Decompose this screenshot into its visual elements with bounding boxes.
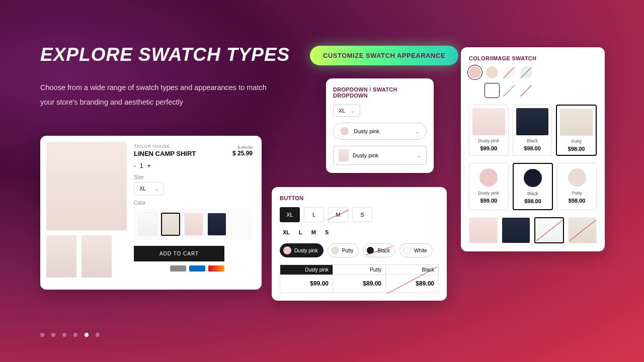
price-sale: $ 25.99 xyxy=(232,150,253,157)
size-text[interactable]: M xyxy=(311,229,316,235)
swatch-navy[interactable] xyxy=(207,213,226,236)
qty-plus[interactable]: + xyxy=(147,162,151,169)
page-dot[interactable] xyxy=(96,333,100,337)
add-to-cart-button[interactable]: ADD TO CART xyxy=(134,246,224,261)
image-swatch[interactable] xyxy=(469,217,498,243)
price-cell[interactable]: Dusty pink$99.00 xyxy=(280,265,333,292)
product-image-thumb[interactable] xyxy=(82,235,112,278)
color-card[interactable]: Dusty pink$99.00 xyxy=(469,163,509,210)
chevron-down-icon: ⌄ xyxy=(154,186,158,192)
swatch-circle-icon xyxy=(366,246,374,254)
color-square[interactable] xyxy=(486,84,498,97)
swatch-putty[interactable] xyxy=(161,213,180,236)
card-title: BUTTON xyxy=(280,195,439,201)
payment-icons xyxy=(134,265,224,272)
size-text[interactable]: XL xyxy=(283,229,290,235)
image-swatch-unavailable[interactable] xyxy=(534,217,564,243)
paypal-icon xyxy=(189,265,205,272)
color-square-unavailable[interactable] xyxy=(520,84,532,97)
size-button[interactable]: S xyxy=(352,207,372,222)
chevron-down-icon: ⌄ xyxy=(417,153,421,158)
card-title: COLOR/IMAGE SWATCH xyxy=(469,55,597,61)
color-swatch-row xyxy=(134,209,252,240)
color-dropdown-rect[interactable]: Dusty pink⌄ xyxy=(333,146,427,165)
mastercard-icon xyxy=(208,265,224,272)
card-title: DROPDOWN / SWATCH DROPDOWN xyxy=(333,86,427,99)
price-cell[interactable]: Putty$89.00 xyxy=(333,265,386,292)
product-image-main xyxy=(46,142,127,230)
color-circle-unavailable[interactable] xyxy=(520,66,532,78)
page-dots xyxy=(40,333,100,337)
product-preview-card: TAILOR HOUSE LINEN CAMP SHIRT $ 25.99 $ … xyxy=(40,136,262,290)
size-button[interactable]: L xyxy=(304,207,324,222)
payment-icon xyxy=(170,265,186,272)
hero-title: EXPLORE SWATCH TYPES xyxy=(40,44,290,65)
page-dot-active[interactable] xyxy=(85,333,89,337)
color-circle[interactable] xyxy=(486,66,498,78)
color-pill[interactable]: Dusty pink xyxy=(280,243,324,257)
chevron-down-icon: ⌄ xyxy=(351,108,355,114)
swatch-pink[interactable] xyxy=(184,213,203,236)
image-swatch[interactable] xyxy=(502,217,530,243)
button-card: BUTTON XL L M S XL L M S Dusty pink Putt… xyxy=(272,187,447,301)
page-dot[interactable] xyxy=(40,333,44,337)
hero-subtitle: Choose from a wide range of swatch types… xyxy=(40,80,282,110)
page-dot[interactable] xyxy=(62,333,66,337)
color-card[interactable]: Putty$98.00 xyxy=(557,163,597,210)
swatch-thumb-icon xyxy=(339,149,349,161)
color-label: Color xyxy=(134,200,252,206)
page-dot[interactable] xyxy=(51,333,55,337)
image-swatch-unavailable[interactable] xyxy=(568,217,597,243)
color-pill[interactable]: Putty xyxy=(328,243,359,257)
size-text[interactable]: L xyxy=(299,229,302,235)
size-button-unavailable[interactable]: M xyxy=(328,207,348,222)
qty-value: 1 xyxy=(140,162,143,169)
color-pill[interactable]: White xyxy=(399,243,433,257)
size-button[interactable]: XL xyxy=(280,207,300,222)
color-circle[interactable] xyxy=(469,66,481,78)
page-dot[interactable] xyxy=(73,333,77,337)
swatch-circle-icon xyxy=(283,246,291,254)
product-swatch-card[interactable]: Putty$98.00 xyxy=(556,105,597,156)
size-label: Size xyxy=(134,174,252,180)
color-dropdown-pill[interactable]: Dusty pink⌄ xyxy=(333,123,427,140)
product-swatch-card[interactable]: Black$98.00 xyxy=(513,105,552,156)
chevron-down-icon: ⌄ xyxy=(415,129,419,134)
product-swatch-card[interactable]: Dusty pink$99.00 xyxy=(469,105,509,156)
size-text[interactable]: S xyxy=(325,229,329,235)
price-cell-unavailable[interactable]: Black$89.00 xyxy=(386,265,438,292)
swatch-circle-icon xyxy=(341,127,349,135)
swatch-circle-icon xyxy=(403,246,411,254)
customize-cta[interactable]: CUSTOMIZE SWATCH APPEARANCE xyxy=(310,46,458,65)
color-card[interactable]: Black$98.00 xyxy=(513,163,553,210)
size-select[interactable]: XL⌄ xyxy=(134,182,164,195)
product-image-thumb[interactable] xyxy=(46,235,76,278)
color-circle-unavailable[interactable] xyxy=(503,66,515,78)
swatch-circle-icon xyxy=(331,246,339,254)
size-dropdown[interactable]: XL⌄ xyxy=(333,105,360,117)
color-square[interactable] xyxy=(469,84,481,97)
qty-minus[interactable]: - xyxy=(134,162,136,169)
dropdown-card: DROPDOWN / SWATCH DROPDOWN XL⌄ Dusty pin… xyxy=(326,78,434,173)
color-pill-unavailable[interactable]: Black xyxy=(363,243,395,257)
price-original: $ 25.99 xyxy=(232,145,253,150)
color-image-swatch-card: COLOR/IMAGE SWATCH Dusty pink$99.00 Blac… xyxy=(461,47,605,251)
swatch-white[interactable] xyxy=(138,213,157,236)
color-square-unavailable[interactable] xyxy=(503,84,515,97)
